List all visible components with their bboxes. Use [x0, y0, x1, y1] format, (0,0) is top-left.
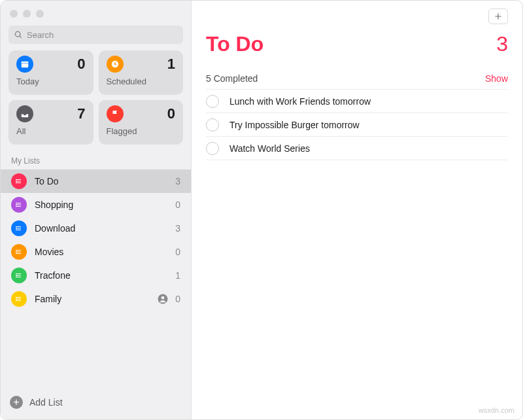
smart-all-label: All [16, 126, 86, 136]
zoom-window-button[interactable] [36, 10, 44, 18]
sidebar-list-item[interactable]: Shopping0 [1, 193, 191, 217]
show-completed-button[interactable]: Show [485, 73, 508, 84]
smart-lists: 0 Today 1 Scheduled 7 [1, 50, 191, 151]
svg-point-11 [16, 183, 17, 183]
reminder-row[interactable]: Try Impossible Burger tomorrow [206, 113, 508, 137]
svg-rect-4 [22, 61, 29, 63]
svg-point-33 [16, 273, 17, 274]
svg-point-27 [16, 250, 17, 251]
sidebar-list-item[interactable]: Movies0 [1, 240, 191, 264]
list-count: 0 [175, 200, 180, 210]
smart-scheduled-label: Scheduled [107, 77, 176, 86]
smart-all-count: 7 [77, 105, 85, 122]
smart-today[interactable]: 0 Today [8, 50, 93, 95]
list-count: 0 [175, 294, 180, 304]
svg-line-1 [20, 36, 22, 38]
list-name: Tracfone [35, 270, 175, 281]
smart-flagged-count: 0 [167, 105, 175, 122]
svg-point-34 [16, 275, 17, 276]
list-bullet-icon [11, 244, 27, 260]
list-count: 0 [175, 247, 180, 257]
list-bullet-icon [11, 268, 27, 283]
smart-all[interactable]: 7 All [8, 100, 93, 145]
reminder-row[interactable]: Watch World Series [206, 137, 508, 160]
svg-point-23 [16, 230, 17, 230]
list-count: 3 [175, 223, 180, 234]
smart-today-count: 0 [77, 56, 85, 73]
completed-row: 5 Completed Show [206, 73, 508, 89]
sidebar: Search 0 Today 1 Scheduled [1, 1, 192, 419]
smart-flagged-label: Flagged [107, 126, 176, 136]
reminder-row[interactable]: Lunch with Work Friends tomorrow [206, 90, 508, 113]
smart-scheduled[interactable]: 1 Scheduled [99, 50, 184, 95]
minimize-window-button[interactable] [23, 10, 31, 18]
tray-icon [16, 105, 33, 122]
svg-point-22 [16, 228, 17, 229]
sidebar-list-item[interactable]: Tracfone1 [1, 264, 191, 287]
calendar-icon [16, 56, 33, 73]
list-count: 1 [175, 270, 180, 281]
reminders-list: Lunch with Work Friends tomorrowTry Impo… [206, 89, 508, 160]
complete-toggle[interactable] [206, 95, 219, 108]
sidebar-list-item[interactable]: Download3 [1, 217, 191, 240]
list-count: 3 [496, 32, 508, 56]
add-reminder-button[interactable] [488, 9, 508, 24]
search-placeholder: Search [27, 30, 54, 40]
svg-point-40 [16, 299, 17, 300]
flag-icon [107, 105, 124, 122]
completed-label: 5 Completed [206, 73, 258, 84]
complete-toggle[interactable] [206, 118, 219, 131]
svg-point-39 [16, 297, 17, 298]
complete-toggle[interactable] [206, 142, 219, 155]
close-window-button[interactable] [10, 10, 18, 18]
reminder-title: Lunch with Work Friends tomorrow [229, 96, 371, 107]
list-count: 3 [175, 176, 180, 186]
add-list-label: Add List [29, 397, 63, 408]
search-icon [14, 30, 23, 39]
smart-today-label: Today [16, 77, 86, 86]
sidebar-list-item[interactable]: To Do3 [1, 169, 191, 193]
svg-point-17 [16, 206, 17, 207]
lists: To Do3Shopping0Download3Movies0Tracfone1… [1, 169, 191, 389]
clock-icon [107, 56, 124, 73]
list-bullet-icon [11, 220, 27, 236]
svg-point-28 [16, 252, 17, 253]
svg-point-16 [16, 205, 17, 205]
list-bullet-icon [11, 291, 27, 307]
reminder-title: Try Impossible Burger tomorrow [229, 120, 360, 130]
add-list-button[interactable]: + Add List [1, 389, 191, 419]
toolbar [206, 9, 508, 28]
svg-point-21 [16, 226, 17, 227]
svg-point-9 [16, 179, 17, 180]
reminder-title: Watch World Series [229, 143, 310, 154]
svg-point-10 [16, 181, 17, 182]
main-pane: To Do 3 5 Completed Show Lunch with Work… [192, 1, 522, 419]
list-name: Movies [35, 247, 175, 257]
list-title: To Do [206, 32, 263, 56]
sidebar-list-item[interactable]: Family0 [1, 287, 191, 311]
svg-point-35 [16, 277, 17, 277]
search-input[interactable]: Search [8, 26, 183, 44]
list-bullet-icon [11, 197, 27, 213]
list-name: Download [35, 223, 175, 234]
svg-point-29 [16, 253, 17, 254]
watermark: wsxdn.com [479, 406, 515, 414]
svg-point-41 [16, 300, 17, 301]
smart-scheduled-count: 1 [167, 56, 175, 73]
smart-flagged[interactable]: 0 Flagged [99, 100, 184, 145]
svg-point-15 [16, 203, 17, 203]
app-window: Search 0 Today 1 Scheduled [0, 0, 523, 420]
svg-point-0 [15, 31, 20, 37]
plus-icon [494, 12, 503, 21]
my-lists-label: My Lists [1, 151, 191, 169]
list-bullet-icon [11, 173, 27, 189]
title-row: To Do 3 [206, 32, 508, 56]
plus-circle-icon: + [10, 396, 23, 409]
list-name: To Do [35, 176, 175, 186]
list-name: Shopping [35, 200, 175, 210]
shared-icon [157, 293, 169, 305]
list-name: Family [35, 294, 157, 304]
window-controls [1, 1, 191, 24]
svg-point-43 [161, 296, 165, 300]
